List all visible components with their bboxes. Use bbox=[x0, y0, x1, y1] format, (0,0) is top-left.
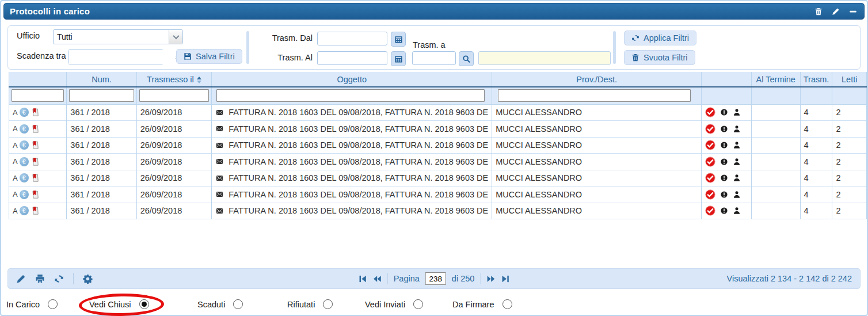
col-header-oggetto[interactable]: Oggetto bbox=[212, 72, 492, 87]
salva-filtri-button[interactable]: Salva Filtri bbox=[176, 49, 242, 64]
exclamation-circle-icon bbox=[720, 158, 728, 166]
col-header-trasmesso[interactable]: Trasmesso il bbox=[136, 72, 211, 87]
col-header-prov-dest[interactable]: Prov./Dest. bbox=[492, 72, 702, 87]
titlebar: Protocolli in carico bbox=[3, 3, 865, 20]
cell-letti: 2 bbox=[832, 203, 867, 219]
red-check-circle-icon bbox=[705, 205, 715, 216]
cell-oggetto: FATTURA N. 2018 1603 DEL 09/08/2018, FAT… bbox=[229, 124, 488, 134]
cell-num: 361 / 2018 bbox=[67, 170, 136, 186]
trasm-al-input[interactable] bbox=[317, 51, 387, 65]
search-icon[interactable] bbox=[459, 51, 474, 66]
filter-input-trasmesso[interactable] bbox=[139, 89, 209, 102]
sort-icon[interactable] bbox=[197, 77, 201, 83]
refresh-icon[interactable] bbox=[54, 274, 64, 284]
scadenza-input[interactable] bbox=[68, 50, 176, 64]
exclamation-circle-icon bbox=[720, 191, 728, 199]
table-row[interactable]: A € 361 / 2018 26/09/2018 FATTURA N. 201… bbox=[9, 170, 867, 186]
exclamation-circle-icon bbox=[720, 141, 728, 149]
save-icon bbox=[184, 52, 192, 60]
person-icon bbox=[733, 191, 741, 199]
cell-num: 361 / 2018 bbox=[67, 186, 136, 203]
trasm-a-description-input[interactable] bbox=[478, 51, 611, 65]
exclamation-circle-icon bbox=[720, 125, 728, 133]
envelope-icon bbox=[215, 158, 224, 165]
table-row[interactable]: A € 361 / 2018 26/09/2018 FATTURA N. 201… bbox=[9, 104, 867, 121]
svuota-filtri-label: Svuota Filtri bbox=[644, 53, 688, 62]
radio-option[interactable]: Vedi Chiusi bbox=[89, 299, 149, 309]
radio-button[interactable] bbox=[502, 299, 512, 309]
table-row[interactable]: A € 361 / 2018 26/09/2018 FATTURA N. 201… bbox=[9, 203, 867, 219]
filter-input-icons[interactable] bbox=[12, 89, 64, 102]
printer-icon[interactable] bbox=[35, 274, 45, 284]
radio-option[interactable]: Rifiutati bbox=[287, 299, 333, 309]
cell-prov-dest: MUCCI ALESSANDRO bbox=[492, 170, 702, 186]
applica-filtri-label: Applica Filtri bbox=[644, 33, 689, 43]
table-row[interactable]: A € 361 / 2018 26/09/2018 FATTURA N. 201… bbox=[9, 186, 867, 203]
ufficio-dropdown-button[interactable] bbox=[169, 30, 182, 44]
svuota-filtri-button[interactable]: Svuota Filtri bbox=[624, 50, 695, 65]
table-row[interactable]: A € 361 / 2018 26/09/2018 FATTURA N. 201… bbox=[9, 154, 867, 170]
radio-label: Da Firmare bbox=[452, 300, 494, 309]
next-page-icon[interactable] bbox=[486, 275, 495, 283]
applica-filtri-button[interactable]: Applica Filtri bbox=[624, 31, 696, 45]
radio-button[interactable] bbox=[48, 299, 58, 309]
filter-input-prov[interactable] bbox=[498, 89, 691, 102]
filter-input-num[interactable] bbox=[69, 89, 134, 102]
trasm-dal-input[interactable] bbox=[317, 32, 387, 45]
radio-option[interactable]: Vedi Inviati bbox=[365, 299, 423, 309]
cell-oggetto: FATTURA N. 2018 1603 DEL 09/08/2018, FAT… bbox=[229, 108, 488, 117]
calendar-icon[interactable] bbox=[391, 32, 406, 47]
radio-button[interactable] bbox=[139, 299, 149, 309]
letter-a-badge: A bbox=[13, 141, 18, 150]
cell-trasmesso: 26/09/2018 bbox=[136, 104, 211, 121]
cell-trasmesso: 26/09/2018 bbox=[136, 203, 211, 219]
person-icon bbox=[733, 108, 741, 116]
col-header-letti[interactable]: Letti bbox=[832, 72, 867, 87]
col-header-num[interactable]: Num. bbox=[67, 72, 136, 87]
filter-input-oggetto[interactable] bbox=[216, 89, 485, 102]
col-header-status[interactable] bbox=[702, 72, 752, 87]
radio-button[interactable] bbox=[413, 299, 423, 309]
trasm-a-label: Trasm. a bbox=[413, 40, 446, 50]
trasm-al-label: Trasm. Al bbox=[249, 53, 313, 62]
cell-al-termine bbox=[751, 203, 800, 219]
col-header-icons[interactable] bbox=[9, 72, 67, 87]
trasm-a-input[interactable] bbox=[412, 51, 456, 65]
chevron-down-icon bbox=[173, 33, 179, 39]
page-number-input[interactable] bbox=[425, 272, 446, 285]
cell-trasmesso: 26/09/2018 bbox=[136, 121, 211, 138]
ufficio-label: Ufficio bbox=[17, 31, 40, 40]
filter-group-ufficio: Ufficio Tutti Scadenza tra Salva Filtri bbox=[8, 26, 246, 69]
last-page-icon[interactable] bbox=[501, 275, 509, 283]
table-row[interactable]: A € 361 / 2018 26/09/2018 FATTURA N. 201… bbox=[9, 137, 867, 154]
euro-circle-icon: € bbox=[20, 108, 29, 117]
cell-trasm: 4 bbox=[800, 104, 832, 121]
trash-icon[interactable] bbox=[814, 7, 824, 16]
col-header-al-termine[interactable]: Al Termine bbox=[751, 72, 800, 87]
radio-option[interactable]: In Carico bbox=[6, 299, 58, 309]
radio-label: Vedi Inviati bbox=[365, 300, 405, 309]
pagination: Pagina di 250 bbox=[359, 272, 510, 285]
pencil-icon[interactable] bbox=[16, 274, 26, 284]
pencil-icon[interactable] bbox=[832, 7, 841, 16]
scadenza-spinner bbox=[68, 50, 163, 64]
table-row[interactable]: A € 361 / 2018 26/09/2018 FATTURA N. 201… bbox=[9, 121, 867, 138]
radio-button[interactable] bbox=[233, 299, 243, 309]
radio-option[interactable]: Da Firmare bbox=[452, 299, 512, 309]
ufficio-select[interactable]: Tutti bbox=[53, 29, 183, 44]
gear-icon[interactable] bbox=[83, 274, 93, 284]
prev-page-icon[interactable] bbox=[373, 275, 382, 283]
cell-letti: 2 bbox=[832, 154, 867, 170]
radio-option[interactable]: Scaduti bbox=[197, 299, 243, 309]
trasm-dal-label: Trasm. Dal bbox=[249, 33, 313, 43]
radio-button[interactable] bbox=[323, 299, 333, 309]
minimize-icon[interactable] bbox=[849, 7, 858, 16]
cell-num: 361 / 2018 bbox=[67, 203, 136, 219]
cell-oggetto: FATTURA N. 2018 1603 DEL 09/08/2018, FAT… bbox=[229, 206, 488, 215]
table-body: A € 361 / 2018 26/09/2018 FATTURA N. 201… bbox=[9, 104, 867, 219]
first-page-icon[interactable] bbox=[359, 275, 367, 283]
col-header-trasm[interactable]: Trasm. bbox=[800, 72, 832, 87]
cell-num: 361 / 2018 bbox=[67, 154, 136, 170]
calendar-icon[interactable] bbox=[391, 51, 406, 66]
cell-oggetto: FATTURA N. 2018 1603 DEL 09/08/2018, FAT… bbox=[229, 140, 488, 150]
